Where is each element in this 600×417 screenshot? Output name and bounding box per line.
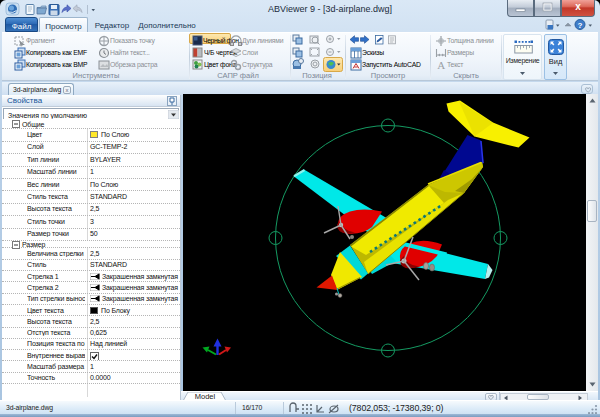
svg-text:A: A xyxy=(437,59,445,71)
svg-text:?: ? xyxy=(578,21,583,30)
